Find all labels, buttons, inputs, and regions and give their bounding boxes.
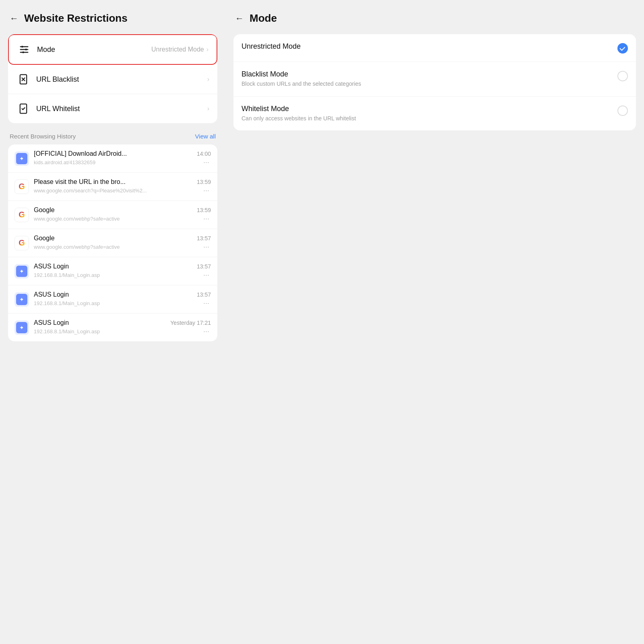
view-all-link[interactable]: View all [195, 133, 216, 140]
history-section-header: Recent Browsing History View all [8, 133, 217, 140]
url-whitelist-label: URL Whitelist [36, 105, 207, 113]
history-item-title: ASUS Login [34, 319, 69, 326]
favicon-airdroid [14, 320, 29, 335]
left-back-button[interactable]: ← [10, 14, 19, 23]
left-panel: ← Website Restrictions Mode Unrestricted… [0, 0, 225, 644]
history-item-content: Google 13:57 www.google.com/webhp?safe=a… [34, 235, 211, 251]
whitelist-mode-title: Whitelist Mode [242, 105, 613, 113]
url-blacklist-label: URL Blacklist [36, 75, 207, 84]
left-panel-title: Website Restrictions [24, 12, 128, 25]
more-options-button[interactable]: ··· [202, 271, 211, 279]
right-panel: ← Mode Unrestricted Mode Blacklist Mode … [225, 0, 644, 644]
more-options-button[interactable]: ··· [202, 158, 211, 167]
unrestricted-mode-option[interactable]: Unrestricted Mode [233, 34, 636, 62]
more-options-button[interactable]: ··· [202, 327, 211, 336]
blacklist-mode-title: Blacklist Mode [242, 70, 613, 78]
blacklist-mode-content: Blacklist Mode Block custom URLs and the… [242, 70, 613, 88]
history-item-time: 13:57 [197, 235, 211, 242]
history-item-title: Google [34, 206, 55, 214]
history-item-url: www.google.com/webhp?safe=active [34, 216, 120, 222]
history-item-time: 13:57 [197, 291, 211, 298]
history-item-content: ASUS Login 13:57 192.168.8.1/Main_Login.… [34, 263, 211, 279]
history-item-url: kids.airdroid.at/413832659 [34, 159, 95, 165]
history-section-label: Recent Browsing History [10, 133, 76, 140]
history-item-url: www.google.com/webhp?safe=active [34, 244, 120, 250]
more-options-button[interactable]: ··· [202, 215, 211, 223]
svg-point-5 [22, 52, 24, 54]
mode-chevron: › [206, 46, 208, 53]
history-item-content: Please visit the URL in the bro... 13:59… [34, 178, 211, 195]
list-item[interactable]: ASUS Login Yesterday 17:21 192.168.8.1/M… [8, 314, 217, 341]
history-item-time: 13:57 [197, 263, 211, 270]
history-item-title: ASUS Login [34, 263, 69, 270]
history-item-time: 13:59 [197, 179, 211, 185]
blacklist-icon [16, 72, 31, 87]
unrestricted-mode-radio[interactable] [617, 43, 628, 54]
list-item[interactable]: ASUS Login 13:57 192.168.8.1/Main_Login.… [8, 257, 217, 285]
more-options-button[interactable]: ··· [202, 299, 211, 308]
whitelist-mode-desc: Can only access websites in the URL whit… [242, 115, 613, 123]
blacklist-mode-option[interactable]: Blacklist Mode Block custom URLs and the… [233, 62, 636, 97]
history-item-url: 192.168.8.1/Main_Login.asp [34, 328, 100, 334]
settings-card: Mode Unrestricted Mode › URL Blacklist › [8, 34, 217, 123]
more-options-button[interactable]: ··· [202, 243, 211, 251]
whitelist-chevron: › [207, 105, 209, 112]
blacklist-mode-desc: Block custom URLs and the selected categ… [242, 80, 613, 88]
history-item-time: 14:00 [197, 151, 211, 157]
sliders-icon [17, 42, 31, 57]
history-item-content: ASUS Login Yesterday 17:21 192.168.8.1/M… [34, 319, 211, 336]
history-item-title: ASUS Login [34, 291, 69, 298]
favicon-airdroid [14, 292, 29, 307]
more-options-button[interactable]: ··· [202, 186, 211, 195]
mode-label: Mode [37, 45, 151, 54]
mode-settings-item[interactable]: Mode Unrestricted Mode › [8, 34, 217, 65]
left-header: ← Website Restrictions [8, 12, 217, 25]
favicon-airdroid [14, 151, 29, 166]
list-item[interactable]: G Google 13:59 www.google.com/webhp?safe… [8, 201, 217, 229]
history-item-title: Google [34, 235, 55, 242]
favicon-airdroid [14, 264, 29, 279]
url-whitelist-item[interactable]: URL Whitelist › [8, 94, 217, 123]
right-panel-title: Mode [250, 12, 277, 25]
list-item[interactable]: G Google 13:57 www.google.com/webhp?safe… [8, 229, 217, 257]
history-item-url: 192.168.8.1/Main_Login.asp [34, 272, 100, 278]
blacklist-mode-radio[interactable] [617, 71, 628, 81]
history-item-time: Yesterday 17:21 [170, 320, 211, 326]
list-item[interactable]: G Please visit the URL in the bro... 13:… [8, 173, 217, 201]
url-blacklist-item[interactable]: URL Blacklist › [8, 65, 217, 94]
mode-value: Unrestricted Mode [151, 46, 204, 53]
history-item-content: [OFFICIAL] Download AirDroid... 14:00 ki… [34, 150, 211, 167]
favicon-google: G [14, 236, 29, 250]
right-back-button[interactable]: ← [235, 14, 244, 23]
blacklist-chevron: › [207, 76, 209, 83]
right-header: ← Mode [233, 12, 636, 25]
list-item[interactable]: ASUS Login 13:57 192.168.8.1/Main_Login.… [8, 285, 217, 314]
favicon-google: G [14, 180, 29, 194]
favicon-google: G [14, 208, 29, 222]
history-card: [OFFICIAL] Download AirDroid... 14:00 ki… [8, 144, 217, 341]
list-item[interactable]: [OFFICIAL] Download AirDroid... 14:00 ki… [8, 144, 217, 173]
history-item-content: ASUS Login 13:57 192.168.8.1/Main_Login.… [34, 291, 211, 308]
history-item-content: Google 13:59 www.google.com/webhp?safe=a… [34, 206, 211, 223]
whitelist-mode-content: Whitelist Mode Can only access websites … [242, 105, 613, 123]
svg-point-3 [21, 46, 23, 48]
svg-point-4 [25, 49, 27, 51]
whitelist-mode-radio[interactable] [617, 105, 628, 116]
history-item-url: www.google.com/search?q=Please%20visit%2… [34, 188, 147, 194]
unrestricted-mode-content: Unrestricted Mode [242, 42, 613, 52]
history-item-time: 13:59 [197, 207, 211, 213]
mode-selection-card: Unrestricted Mode Blacklist Mode Block c… [233, 34, 636, 130]
whitelist-icon [16, 101, 31, 116]
history-item-title: Please visit the URL in the bro... [34, 178, 126, 186]
unrestricted-mode-title: Unrestricted Mode [242, 42, 613, 51]
whitelist-mode-option[interactable]: Whitelist Mode Can only access websites … [233, 97, 636, 131]
history-item-title: [OFFICIAL] Download AirDroid... [34, 150, 127, 157]
history-item-url: 192.168.8.1/Main_Login.asp [34, 300, 100, 306]
